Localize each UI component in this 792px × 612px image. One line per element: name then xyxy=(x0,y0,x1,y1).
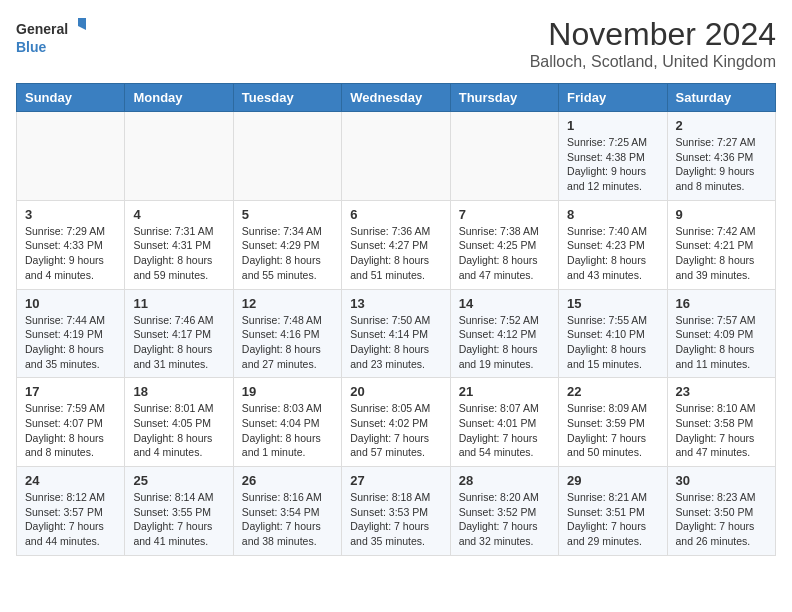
calendar-cell: 22Sunrise: 8:09 AM Sunset: 3:59 PM Dayli… xyxy=(559,378,667,467)
day-info: Sunrise: 8:16 AM Sunset: 3:54 PM Dayligh… xyxy=(242,490,333,549)
page-header: General Blue November 2024 Balloch, Scot… xyxy=(16,16,776,71)
calendar-cell xyxy=(342,112,450,201)
day-number: 22 xyxy=(567,384,658,399)
calendar-cell: 8Sunrise: 7:40 AM Sunset: 4:23 PM Daylig… xyxy=(559,200,667,289)
day-info: Sunrise: 7:40 AM Sunset: 4:23 PM Dayligh… xyxy=(567,224,658,283)
day-number: 21 xyxy=(459,384,550,399)
day-info: Sunrise: 8:07 AM Sunset: 4:01 PM Dayligh… xyxy=(459,401,550,460)
day-info: Sunrise: 7:44 AM Sunset: 4:19 PM Dayligh… xyxy=(25,313,116,372)
calendar-cell: 20Sunrise: 8:05 AM Sunset: 4:02 PM Dayli… xyxy=(342,378,450,467)
day-number: 19 xyxy=(242,384,333,399)
day-number: 4 xyxy=(133,207,224,222)
day-number: 11 xyxy=(133,296,224,311)
calendar-header-row: SundayMondayTuesdayWednesdayThursdayFrid… xyxy=(17,84,776,112)
day-info: Sunrise: 8:20 AM Sunset: 3:52 PM Dayligh… xyxy=(459,490,550,549)
svg-marker-2 xyxy=(78,18,86,30)
day-info: Sunrise: 8:21 AM Sunset: 3:51 PM Dayligh… xyxy=(567,490,658,549)
calendar-cell: 13Sunrise: 7:50 AM Sunset: 4:14 PM Dayli… xyxy=(342,289,450,378)
calendar-cell: 23Sunrise: 8:10 AM Sunset: 3:58 PM Dayli… xyxy=(667,378,775,467)
day-number: 16 xyxy=(676,296,767,311)
day-number: 15 xyxy=(567,296,658,311)
month-title: November 2024 xyxy=(530,16,776,53)
day-info: Sunrise: 8:23 AM Sunset: 3:50 PM Dayligh… xyxy=(676,490,767,549)
calendar-cell: 24Sunrise: 8:12 AM Sunset: 3:57 PM Dayli… xyxy=(17,467,125,556)
svg-text:Blue: Blue xyxy=(16,39,47,55)
calendar-week-row: 24Sunrise: 8:12 AM Sunset: 3:57 PM Dayli… xyxy=(17,467,776,556)
day-info: Sunrise: 7:55 AM Sunset: 4:10 PM Dayligh… xyxy=(567,313,658,372)
calendar-cell: 16Sunrise: 7:57 AM Sunset: 4:09 PM Dayli… xyxy=(667,289,775,378)
day-info: Sunrise: 8:09 AM Sunset: 3:59 PM Dayligh… xyxy=(567,401,658,460)
day-info: Sunrise: 7:25 AM Sunset: 4:38 PM Dayligh… xyxy=(567,135,658,194)
calendar-cell: 3Sunrise: 7:29 AM Sunset: 4:33 PM Daylig… xyxy=(17,200,125,289)
day-info: Sunrise: 8:18 AM Sunset: 3:53 PM Dayligh… xyxy=(350,490,441,549)
calendar-cell: 1Sunrise: 7:25 AM Sunset: 4:38 PM Daylig… xyxy=(559,112,667,201)
day-info: Sunrise: 8:01 AM Sunset: 4:05 PM Dayligh… xyxy=(133,401,224,460)
day-info: Sunrise: 8:03 AM Sunset: 4:04 PM Dayligh… xyxy=(242,401,333,460)
day-number: 3 xyxy=(25,207,116,222)
calendar-cell: 19Sunrise: 8:03 AM Sunset: 4:04 PM Dayli… xyxy=(233,378,341,467)
calendar-cell: 6Sunrise: 7:36 AM Sunset: 4:27 PM Daylig… xyxy=(342,200,450,289)
calendar-cell: 21Sunrise: 8:07 AM Sunset: 4:01 PM Dayli… xyxy=(450,378,558,467)
day-number: 7 xyxy=(459,207,550,222)
day-info: Sunrise: 7:52 AM Sunset: 4:12 PM Dayligh… xyxy=(459,313,550,372)
calendar-cell xyxy=(233,112,341,201)
calendar-cell: 10Sunrise: 7:44 AM Sunset: 4:19 PM Dayli… xyxy=(17,289,125,378)
calendar-cell xyxy=(125,112,233,201)
calendar-cell: 7Sunrise: 7:38 AM Sunset: 4:25 PM Daylig… xyxy=(450,200,558,289)
day-number: 5 xyxy=(242,207,333,222)
weekday-header-thursday: Thursday xyxy=(450,84,558,112)
calendar-cell: 25Sunrise: 8:14 AM Sunset: 3:55 PM Dayli… xyxy=(125,467,233,556)
calendar-week-row: 10Sunrise: 7:44 AM Sunset: 4:19 PM Dayli… xyxy=(17,289,776,378)
calendar-cell: 12Sunrise: 7:48 AM Sunset: 4:16 PM Dayli… xyxy=(233,289,341,378)
weekday-header-wednesday: Wednesday xyxy=(342,84,450,112)
day-number: 14 xyxy=(459,296,550,311)
weekday-header-saturday: Saturday xyxy=(667,84,775,112)
calendar-cell: 29Sunrise: 8:21 AM Sunset: 3:51 PM Dayli… xyxy=(559,467,667,556)
calendar-cell: 4Sunrise: 7:31 AM Sunset: 4:31 PM Daylig… xyxy=(125,200,233,289)
day-number: 2 xyxy=(676,118,767,133)
day-number: 25 xyxy=(133,473,224,488)
day-info: Sunrise: 7:59 AM Sunset: 4:07 PM Dayligh… xyxy=(25,401,116,460)
calendar-week-row: 1Sunrise: 7:25 AM Sunset: 4:38 PM Daylig… xyxy=(17,112,776,201)
day-info: Sunrise: 7:29 AM Sunset: 4:33 PM Dayligh… xyxy=(25,224,116,283)
day-info: Sunrise: 7:48 AM Sunset: 4:16 PM Dayligh… xyxy=(242,313,333,372)
weekday-header-sunday: Sunday xyxy=(17,84,125,112)
day-number: 12 xyxy=(242,296,333,311)
day-number: 9 xyxy=(676,207,767,222)
day-info: Sunrise: 7:36 AM Sunset: 4:27 PM Dayligh… xyxy=(350,224,441,283)
calendar-cell: 17Sunrise: 7:59 AM Sunset: 4:07 PM Dayli… xyxy=(17,378,125,467)
day-number: 23 xyxy=(676,384,767,399)
svg-text:General: General xyxy=(16,21,68,37)
calendar-cell: 9Sunrise: 7:42 AM Sunset: 4:21 PM Daylig… xyxy=(667,200,775,289)
calendar-cell: 15Sunrise: 7:55 AM Sunset: 4:10 PM Dayli… xyxy=(559,289,667,378)
day-number: 30 xyxy=(676,473,767,488)
calendar-cell: 18Sunrise: 8:01 AM Sunset: 4:05 PM Dayli… xyxy=(125,378,233,467)
calendar-week-row: 17Sunrise: 7:59 AM Sunset: 4:07 PM Dayli… xyxy=(17,378,776,467)
calendar-cell: 26Sunrise: 8:16 AM Sunset: 3:54 PM Dayli… xyxy=(233,467,341,556)
logo: General Blue xyxy=(16,16,86,60)
day-number: 26 xyxy=(242,473,333,488)
weekday-header-friday: Friday xyxy=(559,84,667,112)
day-number: 17 xyxy=(25,384,116,399)
day-number: 10 xyxy=(25,296,116,311)
day-info: Sunrise: 7:38 AM Sunset: 4:25 PM Dayligh… xyxy=(459,224,550,283)
day-info: Sunrise: 7:57 AM Sunset: 4:09 PM Dayligh… xyxy=(676,313,767,372)
day-number: 20 xyxy=(350,384,441,399)
day-info: Sunrise: 8:10 AM Sunset: 3:58 PM Dayligh… xyxy=(676,401,767,460)
day-info: Sunrise: 8:05 AM Sunset: 4:02 PM Dayligh… xyxy=(350,401,441,460)
weekday-header-tuesday: Tuesday xyxy=(233,84,341,112)
day-info: Sunrise: 7:50 AM Sunset: 4:14 PM Dayligh… xyxy=(350,313,441,372)
calendar-cell xyxy=(17,112,125,201)
day-info: Sunrise: 7:46 AM Sunset: 4:17 PM Dayligh… xyxy=(133,313,224,372)
calendar-week-row: 3Sunrise: 7:29 AM Sunset: 4:33 PM Daylig… xyxy=(17,200,776,289)
title-area: November 2024 Balloch, Scotland, United … xyxy=(530,16,776,71)
day-number: 8 xyxy=(567,207,658,222)
day-number: 24 xyxy=(25,473,116,488)
calendar-cell: 2Sunrise: 7:27 AM Sunset: 4:36 PM Daylig… xyxy=(667,112,775,201)
day-info: Sunrise: 7:31 AM Sunset: 4:31 PM Dayligh… xyxy=(133,224,224,283)
location-subtitle: Balloch, Scotland, United Kingdom xyxy=(530,53,776,71)
logo-icon: General Blue xyxy=(16,16,86,60)
calendar-cell xyxy=(450,112,558,201)
day-info: Sunrise: 7:34 AM Sunset: 4:29 PM Dayligh… xyxy=(242,224,333,283)
day-number: 1 xyxy=(567,118,658,133)
